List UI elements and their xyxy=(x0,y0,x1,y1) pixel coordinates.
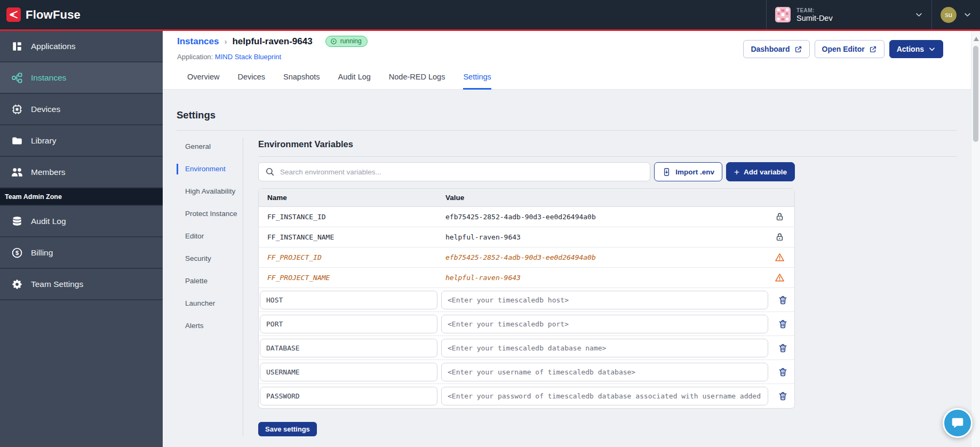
env-name-input-password[interactable] xyxy=(260,387,437,405)
tab-settings[interactable]: Settings xyxy=(463,73,491,90)
env-row-ff-instance-name: FF_INSTANCE_NAMEhelpful-raven-9643 xyxy=(259,227,794,248)
env-row-ff-project-name: FF_PROJECT_NAMEhelpful-raven-9643 xyxy=(259,268,794,288)
sidebar-item-library[interactable]: Library xyxy=(0,125,163,157)
sidebar-item-label: Devices xyxy=(31,105,60,114)
vertical-divider xyxy=(243,138,243,436)
settings-nav-alerts[interactable]: Alerts xyxy=(177,321,243,331)
delete-variable-button[interactable] xyxy=(772,343,793,353)
main-content: Instances › helpful-raven-9643 running A… xyxy=(163,31,971,447)
dashboard-button[interactable]: Dashboard xyxy=(743,40,809,58)
application-label: Application: xyxy=(177,53,213,61)
brand-name: FlowFuse xyxy=(26,8,81,22)
trash-icon xyxy=(778,295,788,305)
instances-icon xyxy=(11,72,23,84)
team-avatar xyxy=(775,7,791,22)
search-box xyxy=(258,162,650,181)
settings-nav-general[interactable]: General xyxy=(177,141,243,152)
settings-subnav: GeneralEnvironmentHigh AvailabilityProte… xyxy=(177,138,243,436)
env-row-ff-instance-id: FF_INSTANCE_IDefb75425-2852-4adb-90d3-ee… xyxy=(259,207,794,227)
env-name: FF_PROJECT_ID xyxy=(259,253,445,261)
settings-nav-protect-instance[interactable]: Protect Instance xyxy=(177,209,243,219)
settings-nav-editor[interactable]: Editor xyxy=(177,231,243,242)
tab-audit-log[interactable]: Audit Log xyxy=(338,73,371,90)
brand-logo[interactable]: FlowFuse xyxy=(0,7,81,22)
scrollbar-up-arrow[interactable] xyxy=(974,37,979,41)
lock-icon xyxy=(764,232,794,242)
panel-title: Environment Variables xyxy=(258,139,957,149)
applications-icon xyxy=(11,41,23,52)
team-settings-icon xyxy=(11,278,23,290)
import-env-button[interactable]: Import .env xyxy=(654,162,722,181)
tab-overview[interactable]: Overview xyxy=(187,73,219,90)
library-icon xyxy=(11,135,23,147)
env-value-input-host[interactable] xyxy=(441,291,768,309)
user-menu[interactable]: su xyxy=(932,0,980,29)
team-selector[interactable]: TEAM: Sumit-Dev xyxy=(766,0,932,29)
env-name: FF_INSTANCE_NAME xyxy=(259,233,445,241)
tab-node-red-logs[interactable]: Node-RED Logs xyxy=(389,73,445,90)
delete-variable-button[interactable] xyxy=(772,295,793,305)
delete-variable-button[interactable] xyxy=(772,391,793,401)
env-value-input-database[interactable] xyxy=(441,339,768,357)
warning-icon xyxy=(764,273,794,283)
sidebar-item-audit-log[interactable]: Audit Log xyxy=(0,206,163,237)
settings-nav-high-availability[interactable]: High Availability xyxy=(177,186,243,197)
settings-nav-environment[interactable]: Environment xyxy=(177,164,243,174)
env-name: FF_INSTANCE_ID xyxy=(259,213,445,221)
page-header: Instances › helpful-raven-9643 running A… xyxy=(163,31,971,90)
sidebar-item-label: Team Settings xyxy=(31,280,83,289)
sidebar-item-label: Members xyxy=(31,167,66,177)
chat-icon xyxy=(951,416,965,430)
chevron-down-icon xyxy=(963,11,971,19)
env-editable-row-port xyxy=(259,312,794,336)
env-name-input-host[interactable] xyxy=(260,291,437,309)
sidebar-item-applications[interactable]: Applications xyxy=(0,31,163,62)
settings-nav-palette[interactable]: Palette xyxy=(177,276,243,286)
open-editor-button[interactable]: Open Editor xyxy=(815,40,885,58)
page-scrollbar[interactable] xyxy=(971,31,980,447)
save-settings-button[interactable]: Save settings xyxy=(258,422,317,436)
env-value: efb75425-2852-4adb-90d3-ee0d26494a0b xyxy=(445,213,764,221)
tab-devices[interactable]: Devices xyxy=(237,73,265,90)
env-name-input-username[interactable] xyxy=(260,363,437,381)
scrollbar-thumb[interactable] xyxy=(973,46,978,142)
billing-icon: $ xyxy=(11,247,23,259)
env-editable-row-password xyxy=(259,384,794,408)
flowfuse-app: FlowFuse TEAM: Sumit-Dev su xyxy=(0,0,980,447)
env-value-input-port[interactable] xyxy=(441,315,768,333)
sidebar-item-devices[interactable]: Devices xyxy=(0,94,163,125)
tab-snapshots[interactable]: Snapshots xyxy=(283,73,320,90)
warning-icon xyxy=(764,252,794,262)
search-input[interactable] xyxy=(280,168,643,176)
topbar-right: TEAM: Sumit-Dev su xyxy=(766,0,980,29)
env-name-input-database[interactable] xyxy=(260,339,437,357)
chat-widget-button[interactable] xyxy=(943,408,973,438)
panel-divider-line xyxy=(258,156,957,157)
settings-section: Settings GeneralEnvironmentHigh Availabi… xyxy=(163,90,971,436)
env-editable-row-host xyxy=(259,288,794,312)
trash-icon xyxy=(778,343,788,353)
delete-variable-button[interactable] xyxy=(772,367,793,377)
delete-variable-button[interactable] xyxy=(772,319,793,329)
team-labels: TEAM: Sumit-Dev xyxy=(796,7,833,22)
add-variable-button[interactable]: + Add variable xyxy=(726,162,795,181)
sidebar-item-team-settings[interactable]: Team Settings xyxy=(0,269,163,300)
svg-text:$: $ xyxy=(15,250,19,256)
sidebar-nav: ApplicationsInstancesDevicesLibraryMembe… xyxy=(0,31,163,447)
sidebar-item-members[interactable]: Members xyxy=(0,157,163,188)
sidebar-item-label: Applications xyxy=(31,42,76,51)
table-header: NameValue xyxy=(259,189,794,207)
breadcrumb-instances-link[interactable]: Instances xyxy=(177,36,219,47)
settings-nav-security[interactable]: Security xyxy=(177,253,243,264)
env-value-input-username[interactable] xyxy=(441,363,768,381)
env-name-input-port[interactable] xyxy=(260,315,437,333)
application-link[interactable]: MIND Stack Blueprint xyxy=(215,53,281,61)
sidebar-item-billing[interactable]: $Billing xyxy=(0,237,163,269)
environment-panel: Environment Variables Import .env + xyxy=(258,138,957,436)
settings-nav-launcher[interactable]: Launcher xyxy=(177,298,243,309)
sidebar-item-instances[interactable]: Instances xyxy=(0,62,163,94)
user-avatar: su xyxy=(941,7,957,23)
actions-button[interactable]: Actions xyxy=(889,40,943,58)
sidebar-item-label: Billing xyxy=(31,248,53,258)
env-value-input-password[interactable] xyxy=(441,387,768,405)
